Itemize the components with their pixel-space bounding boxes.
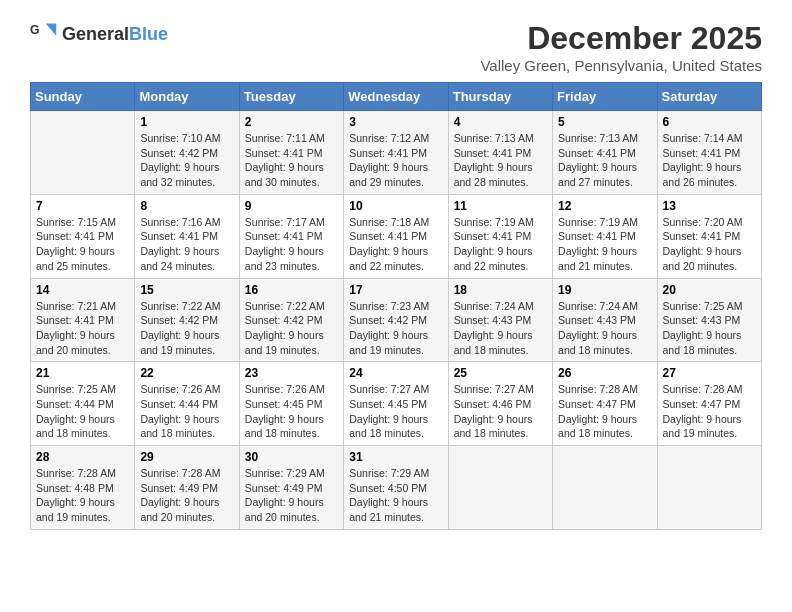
calendar-cell: 15Sunrise: 7:22 AMSunset: 4:42 PMDayligh… (135, 278, 239, 362)
calendar-cell: 26Sunrise: 7:28 AMSunset: 4:47 PMDayligh… (553, 362, 657, 446)
cell-sun-info: Sunrise: 7:13 AMSunset: 4:41 PMDaylight:… (454, 131, 547, 190)
cell-sun-info: Sunrise: 7:17 AMSunset: 4:41 PMDaylight:… (245, 215, 338, 274)
header-day-wednesday: Wednesday (344, 83, 448, 111)
cell-sun-info: Sunrise: 7:23 AMSunset: 4:42 PMDaylight:… (349, 299, 442, 358)
calendar-cell: 9Sunrise: 7:17 AMSunset: 4:41 PMDaylight… (239, 194, 343, 278)
calendar-week-row: 28Sunrise: 7:28 AMSunset: 4:48 PMDayligh… (31, 446, 762, 530)
day-number: 1 (140, 115, 233, 129)
day-number: 31 (349, 450, 442, 464)
calendar-cell: 8Sunrise: 7:16 AMSunset: 4:41 PMDaylight… (135, 194, 239, 278)
calendar-cell: 7Sunrise: 7:15 AMSunset: 4:41 PMDaylight… (31, 194, 135, 278)
calendar-cell: 29Sunrise: 7:28 AMSunset: 4:49 PMDayligh… (135, 446, 239, 530)
calendar-cell: 14Sunrise: 7:21 AMSunset: 4:41 PMDayligh… (31, 278, 135, 362)
header-day-thursday: Thursday (448, 83, 552, 111)
cell-sun-info: Sunrise: 7:12 AMSunset: 4:41 PMDaylight:… (349, 131, 442, 190)
calendar-cell: 23Sunrise: 7:26 AMSunset: 4:45 PMDayligh… (239, 362, 343, 446)
day-number: 30 (245, 450, 338, 464)
cell-sun-info: Sunrise: 7:18 AMSunset: 4:41 PMDaylight:… (349, 215, 442, 274)
calendar-cell: 5Sunrise: 7:13 AMSunset: 4:41 PMDaylight… (553, 111, 657, 195)
day-number: 10 (349, 199, 442, 213)
calendar-cell: 17Sunrise: 7:23 AMSunset: 4:42 PMDayligh… (344, 278, 448, 362)
day-number: 21 (36, 366, 129, 380)
day-number: 25 (454, 366, 547, 380)
day-number: 15 (140, 283, 233, 297)
cell-sun-info: Sunrise: 7:13 AMSunset: 4:41 PMDaylight:… (558, 131, 651, 190)
header-day-tuesday: Tuesday (239, 83, 343, 111)
cell-sun-info: Sunrise: 7:19 AMSunset: 4:41 PMDaylight:… (558, 215, 651, 274)
day-number: 27 (663, 366, 756, 380)
cell-sun-info: Sunrise: 7:24 AMSunset: 4:43 PMDaylight:… (558, 299, 651, 358)
calendar-cell: 2Sunrise: 7:11 AMSunset: 4:41 PMDaylight… (239, 111, 343, 195)
day-number: 12 (558, 199, 651, 213)
svg-marker-1 (46, 24, 57, 36)
calendar-cell: 6Sunrise: 7:14 AMSunset: 4:41 PMDaylight… (657, 111, 761, 195)
day-number: 26 (558, 366, 651, 380)
day-number: 19 (558, 283, 651, 297)
day-number: 17 (349, 283, 442, 297)
header-day-sunday: Sunday (31, 83, 135, 111)
day-number: 2 (245, 115, 338, 129)
cell-sun-info: Sunrise: 7:25 AMSunset: 4:43 PMDaylight:… (663, 299, 756, 358)
cell-sun-info: Sunrise: 7:11 AMSunset: 4:41 PMDaylight:… (245, 131, 338, 190)
cell-sun-info: Sunrise: 7:28 AMSunset: 4:47 PMDaylight:… (663, 382, 756, 441)
cell-sun-info: Sunrise: 7:27 AMSunset: 4:45 PMDaylight:… (349, 382, 442, 441)
cell-sun-info: Sunrise: 7:28 AMSunset: 4:49 PMDaylight:… (140, 466, 233, 525)
calendar-cell: 11Sunrise: 7:19 AMSunset: 4:41 PMDayligh… (448, 194, 552, 278)
calendar-week-row: 21Sunrise: 7:25 AMSunset: 4:44 PMDayligh… (31, 362, 762, 446)
calendar-week-row: 14Sunrise: 7:21 AMSunset: 4:41 PMDayligh… (31, 278, 762, 362)
calendar-cell: 1Sunrise: 7:10 AMSunset: 4:42 PMDaylight… (135, 111, 239, 195)
day-number: 11 (454, 199, 547, 213)
day-number: 14 (36, 283, 129, 297)
calendar-cell: 21Sunrise: 7:25 AMSunset: 4:44 PMDayligh… (31, 362, 135, 446)
calendar-cell (657, 446, 761, 530)
svg-text:G: G (30, 23, 40, 37)
calendar-cell: 20Sunrise: 7:25 AMSunset: 4:43 PMDayligh… (657, 278, 761, 362)
day-number: 29 (140, 450, 233, 464)
cell-sun-info: Sunrise: 7:29 AMSunset: 4:49 PMDaylight:… (245, 466, 338, 525)
calendar-cell: 12Sunrise: 7:19 AMSunset: 4:41 PMDayligh… (553, 194, 657, 278)
day-number: 6 (663, 115, 756, 129)
cell-sun-info: Sunrise: 7:15 AMSunset: 4:41 PMDaylight:… (36, 215, 129, 274)
calendar-cell: 24Sunrise: 7:27 AMSunset: 4:45 PMDayligh… (344, 362, 448, 446)
calendar-cell (448, 446, 552, 530)
calendar-cell (31, 111, 135, 195)
day-number: 7 (36, 199, 129, 213)
day-number: 23 (245, 366, 338, 380)
header-day-monday: Monday (135, 83, 239, 111)
logo-text: GeneralBlue (62, 24, 168, 45)
cell-sun-info: Sunrise: 7:26 AMSunset: 4:44 PMDaylight:… (140, 382, 233, 441)
cell-sun-info: Sunrise: 7:22 AMSunset: 4:42 PMDaylight:… (245, 299, 338, 358)
day-number: 16 (245, 283, 338, 297)
day-number: 24 (349, 366, 442, 380)
location-title: Valley Green, Pennsylvania, United State… (480, 57, 762, 74)
calendar-week-row: 1Sunrise: 7:10 AMSunset: 4:42 PMDaylight… (31, 111, 762, 195)
cell-sun-info: Sunrise: 7:16 AMSunset: 4:41 PMDaylight:… (140, 215, 233, 274)
day-number: 5 (558, 115, 651, 129)
logo-icon: G (30, 20, 58, 48)
calendar-header-row: SundayMondayTuesdayWednesdayThursdayFrid… (31, 83, 762, 111)
day-number: 4 (454, 115, 547, 129)
day-number: 22 (140, 366, 233, 380)
day-number: 13 (663, 199, 756, 213)
header-day-saturday: Saturday (657, 83, 761, 111)
day-number: 8 (140, 199, 233, 213)
cell-sun-info: Sunrise: 7:20 AMSunset: 4:41 PMDaylight:… (663, 215, 756, 274)
month-title: December 2025 (480, 20, 762, 57)
cell-sun-info: Sunrise: 7:22 AMSunset: 4:42 PMDaylight:… (140, 299, 233, 358)
calendar-cell: 22Sunrise: 7:26 AMSunset: 4:44 PMDayligh… (135, 362, 239, 446)
calendar-cell: 25Sunrise: 7:27 AMSunset: 4:46 PMDayligh… (448, 362, 552, 446)
cell-sun-info: Sunrise: 7:26 AMSunset: 4:45 PMDaylight:… (245, 382, 338, 441)
cell-sun-info: Sunrise: 7:28 AMSunset: 4:47 PMDaylight:… (558, 382, 651, 441)
calendar-week-row: 7Sunrise: 7:15 AMSunset: 4:41 PMDaylight… (31, 194, 762, 278)
title-block: December 2025 Valley Green, Pennsylvania… (480, 20, 762, 74)
calendar-cell: 4Sunrise: 7:13 AMSunset: 4:41 PMDaylight… (448, 111, 552, 195)
calendar-cell: 18Sunrise: 7:24 AMSunset: 4:43 PMDayligh… (448, 278, 552, 362)
cell-sun-info: Sunrise: 7:14 AMSunset: 4:41 PMDaylight:… (663, 131, 756, 190)
day-number: 28 (36, 450, 129, 464)
cell-sun-info: Sunrise: 7:10 AMSunset: 4:42 PMDaylight:… (140, 131, 233, 190)
calendar-cell: 19Sunrise: 7:24 AMSunset: 4:43 PMDayligh… (553, 278, 657, 362)
cell-sun-info: Sunrise: 7:27 AMSunset: 4:46 PMDaylight:… (454, 382, 547, 441)
cell-sun-info: Sunrise: 7:25 AMSunset: 4:44 PMDaylight:… (36, 382, 129, 441)
logo-blue: Blue (129, 24, 168, 44)
day-number: 18 (454, 283, 547, 297)
